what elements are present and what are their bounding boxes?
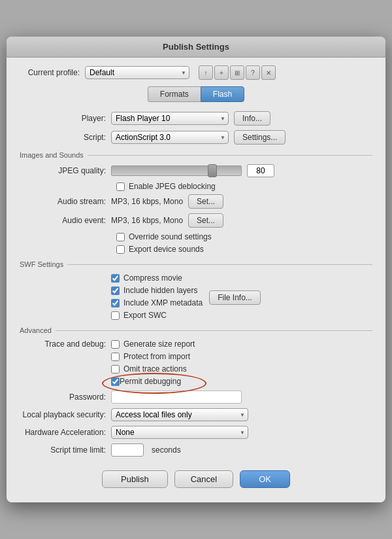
password-field[interactable] (111, 391, 242, 404)
enable-jpeg-deblocking-label: Enable JPEG deblocking (129, 182, 216, 191)
tab-flash[interactable]: Flash (201, 86, 244, 102)
permit-debugging-checkbox[interactable] (111, 377, 120, 386)
generate-size-label: Generate size report (123, 339, 195, 349)
advanced-section: Advanced (20, 326, 372, 334)
trace-debug-label: Trace and debug: (20, 339, 111, 349)
publish-button[interactable]: Publish (102, 470, 168, 488)
omit-trace-label: Omit trace actions (123, 364, 187, 374)
tab-formats[interactable]: Formats (148, 86, 201, 102)
profile-label: Current profile: (20, 68, 85, 77)
compress-movie-label: Compress movie (123, 273, 182, 283)
export-swc-checkbox[interactable] (111, 311, 120, 320)
omit-trace-checkbox[interactable] (111, 365, 120, 374)
script-label: Script: (20, 133, 111, 142)
profile-icon-delete[interactable]: ✕ (261, 65, 276, 80)
profile-icon-info[interactable]: ? (246, 65, 260, 80)
jpeg-quality-slider[interactable] (111, 165, 242, 176)
audio-event-label: Audio event: (20, 216, 111, 225)
file-info-button[interactable]: File Info... (209, 290, 261, 305)
dialog-title: Publish Settings (7, 37, 385, 58)
generate-size-checkbox[interactable] (111, 340, 120, 349)
enable-jpeg-deblocking-checkbox[interactable] (116, 183, 125, 191)
hardware-accel-label: Hardware Acceleration: (20, 428, 111, 437)
include-hidden-layers-label: Include hidden layers (123, 286, 197, 295)
protect-import-label: Protect from import (123, 352, 190, 361)
password-label: Password: (20, 392, 111, 402)
profile-icon-duplicate[interactable]: ⊞ (230, 65, 244, 80)
player-select[interactable]: Flash Player 10 (111, 112, 229, 125)
export-device-sounds-label: Export device sounds (129, 245, 204, 254)
ok-button[interactable]: OK (240, 470, 290, 488)
include-xmp-label: Include XMP metadata (123, 298, 203, 307)
local-playback-select[interactable]: Access local files only (111, 408, 248, 421)
override-sound-checkbox[interactable] (116, 233, 125, 241)
protect-import-checkbox[interactable] (111, 353, 120, 361)
images-sounds-section: Images and Sounds (20, 151, 372, 159)
swf-settings-section: SWF Settings (20, 260, 372, 268)
script-time-value[interactable]: 15 (111, 443, 144, 457)
jpeg-quality-label: JPEG quality: (20, 166, 111, 175)
export-device-sounds-checkbox[interactable] (116, 245, 125, 254)
player-info-button[interactable]: Info... (234, 111, 270, 126)
cancel-button[interactable]: Cancel (174, 470, 233, 488)
script-settings-button[interactable]: Settings... (234, 130, 286, 145)
override-sound-label: Override sound settings (129, 232, 212, 241)
jpeg-quality-value[interactable]: 80 (247, 164, 274, 177)
hardware-accel-select[interactable]: None (111, 426, 248, 439)
profile-select[interactable]: Default (85, 66, 189, 79)
audio-event-set-button[interactable]: Set... (188, 213, 223, 228)
audio-event-value: MP3, 16 kbps, Mono (111, 216, 183, 225)
compress-movie-checkbox[interactable] (111, 274, 120, 283)
include-xmp-checkbox[interactable] (111, 299, 120, 307)
audio-stream-set-button[interactable]: Set... (188, 194, 223, 209)
profile-icon-add[interactable]: + (214, 65, 229, 80)
script-time-suffix: seconds (152, 445, 181, 455)
script-time-label: Script time limit: (20, 445, 111, 455)
tabs-row: Formats Flash (20, 86, 372, 102)
script-select[interactable]: ActionScript 3.0 (111, 131, 229, 144)
publish-settings-dialog: Publish Settings Current profile: Defaul… (7, 37, 385, 502)
player-label: Player: (20, 114, 111, 123)
export-swc-label: Export SWC (123, 311, 167, 320)
audio-stream-value: MP3, 16 kbps, Mono (111, 197, 183, 206)
include-hidden-layers-checkbox[interactable] (111, 287, 120, 295)
local-playback-label: Local playback security: (20, 410, 111, 419)
permit-debugging-label: Permit debugging (120, 377, 181, 386)
profile-icon-upload[interactable]: ↑ (199, 65, 213, 80)
audio-stream-label: Audio stream: (20, 197, 111, 206)
